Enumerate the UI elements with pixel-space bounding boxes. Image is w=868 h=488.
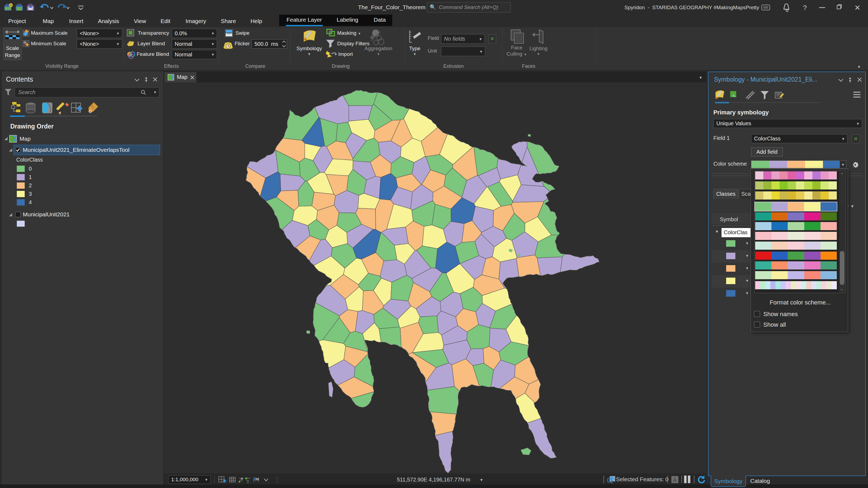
svg-text:?: ?	[803, 4, 807, 12]
svg-text:N: N	[256, 477, 258, 481]
